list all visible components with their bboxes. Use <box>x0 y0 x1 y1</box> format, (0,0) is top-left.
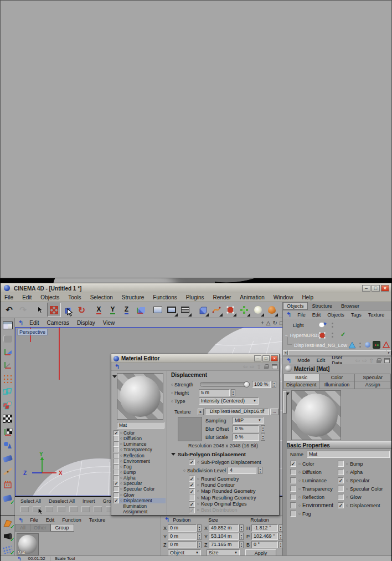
channel-checkbox[interactable] <box>114 458 119 464</box>
objects-menu-tags[interactable]: Tags <box>348 312 364 318</box>
dialog-close-button[interactable]: × <box>271 355 278 361</box>
lock-icon[interactable] <box>376 358 381 363</box>
nav-back-icon[interactable]: ⇦ <box>242 364 249 370</box>
channel-checkbox[interactable] <box>114 486 119 492</box>
spd-section-header[interactable]: Sub-Polygon Displacement <box>171 451 276 458</box>
strength-slider[interactable] <box>200 382 250 387</box>
add-light-button[interactable] <box>251 303 265 317</box>
channel-row[interactable]: ✓Specular <box>114 481 166 486</box>
panel-menu-icon[interactable]: ↰ <box>161 516 172 523</box>
zoom-view-icon[interactable]: ↻ <box>273 320 277 326</box>
workplane-button[interactable] <box>1 452 14 465</box>
add-spline-button[interactable] <box>209 303 223 317</box>
objects-menu-file[interactable]: File <box>295 312 308 318</box>
texture-thumbnail[interactable] <box>178 417 202 441</box>
title-bar[interactable]: CINEMA 4D - [Untitled 1 *] – □ × <box>1 283 391 293</box>
enabled-check-icon[interactable]: ✓ <box>341 331 345 338</box>
slider-knob[interactable] <box>244 381 250 387</box>
material-preview[interactable] <box>291 390 341 440</box>
blur-scale-field[interactable]: 0 % <box>233 434 259 441</box>
tab-displacement[interactable]: Displacement <box>283 381 319 389</box>
option-checkbox[interactable]: ✓ <box>189 476 195 482</box>
render-view-button[interactable] <box>151 303 164 317</box>
channel-checkbox[interactable] <box>290 477 296 483</box>
tab-assign[interactable]: Assign <box>355 381 391 389</box>
minimize-button[interactable]: – <box>362 285 370 292</box>
attributes-v-scrollbar[interactable] <box>283 390 287 557</box>
uv-edit-button[interactable]: ✓ <box>1 517 14 529</box>
channel-checkbox[interactable] <box>338 461 344 467</box>
add-cube-button[interactable] <box>195 303 209 317</box>
texture-browse-button[interactable]: ... <box>270 409 278 415</box>
channel-checkbox[interactable] <box>290 502 296 508</box>
channel-checkbox[interactable] <box>290 511 296 517</box>
stepper[interactable] <box>231 389 235 396</box>
palette-icon[interactable] <box>81 506 90 512</box>
channel-label[interactable]: Environment <box>123 458 150 464</box>
channel-label[interactable]: Assignment <box>123 509 147 514</box>
channel-row[interactable]: Transparency <box>114 447 166 452</box>
rotation-p-field[interactable]: 102.469 ° <box>251 533 278 540</box>
tab-color[interactable]: Color <box>319 374 355 381</box>
channel-label[interactable]: Bump <box>123 470 136 475</box>
close-button[interactable]: × <box>381 285 389 292</box>
channel-label[interactable]: Illumination <box>123 503 147 509</box>
height-field[interactable]: 5 m <box>199 389 230 396</box>
render-active-view-button[interactable] <box>164 303 178 317</box>
option-checkbox[interactable]: ✓ <box>189 501 195 507</box>
coordinate-system-button[interactable] <box>133 303 147 317</box>
tree-row-light[interactable]: Light <box>283 320 391 330</box>
select-all-button[interactable]: Select All <box>20 498 41 504</box>
channel-row[interactable]: Bump <box>114 470 166 475</box>
channel-checkbox[interactable] <box>114 447 119 452</box>
stepper[interactable] <box>261 434 265 441</box>
position-x-field[interactable]: 0 m <box>168 524 197 532</box>
subdivision-field[interactable]: 4 <box>228 467 256 474</box>
channel-label[interactable]: Color <box>123 430 135 436</box>
tree-row-disptesthead[interactable]: DispTestHead_NG_Low <box>283 340 391 350</box>
undo-button[interactable]: ↶ <box>2 303 16 317</box>
menu-tools[interactable]: Tools <box>64 294 85 301</box>
maximize-button[interactable]: □ <box>372 285 380 292</box>
rotate-tool[interactable]: ↻ <box>75 303 89 317</box>
stepper[interactable] <box>197 524 202 532</box>
channel-checkbox[interactable]: ✓ <box>338 502 344 508</box>
palette-icon[interactable] <box>20 506 29 512</box>
scroll-thumb[interactable] <box>283 391 287 414</box>
preview-expander-icon[interactable] <box>112 375 117 378</box>
viewport-menu-display[interactable]: Display <box>73 319 99 327</box>
object-name[interactable]: HyperNURBS <box>290 333 321 338</box>
model-mode-button[interactable] <box>1 345 14 359</box>
texture-flyout-button[interactable]: ► <box>198 409 204 415</box>
channel-row[interactable]: Assignment <box>114 509 166 514</box>
material-name-field[interactable]: Mat <box>307 451 390 458</box>
scroll-left-arrow[interactable]: ◄ <box>283 350 288 355</box>
channel-checkbox[interactable] <box>290 486 296 492</box>
channel-label[interactable]: Glow <box>123 492 134 498</box>
menu-file[interactable]: File <box>1 294 17 301</box>
scroll-right-arrow[interactable]: ► <box>386 350 391 355</box>
polygons-mode-button[interactable] <box>1 399 14 412</box>
channel-checkbox[interactable] <box>338 469 344 475</box>
channel-checkbox[interactable] <box>114 464 119 470</box>
texture-axis-mode-button[interactable] <box>1 425 14 438</box>
channel-label[interactable]: Transparency <box>123 447 152 452</box>
size-x-field[interactable]: 49.852 m <box>209 524 239 532</box>
panel-icon[interactable] <box>272 364 277 369</box>
texture-filename-field[interactable]: DispTestHead_Disp16.tif <box>205 408 269 415</box>
add-environment-button[interactable] <box>265 303 278 317</box>
channel-checkbox[interactable]: ✓ <box>114 481 119 486</box>
tab-structure[interactable]: Structure <box>308 303 337 309</box>
channel-row[interactable]: Illumination <box>114 503 166 509</box>
menu-selection[interactable]: Selection <box>86 294 117 301</box>
compositing-tag-icon[interactable] <box>365 342 370 348</box>
channel-row-selected[interactable]: ✓Displacement <box>114 498 166 503</box>
edges-mode-button[interactable] <box>1 385 14 399</box>
nav-forward-icon[interactable]: ⇨ <box>249 364 255 370</box>
option-checkbox[interactable]: ✓ <box>189 482 195 488</box>
nav-up-icon[interactable]: ⇧ <box>256 364 262 370</box>
palette-icon[interactable] <box>94 506 102 512</box>
materials-menu-file[interactable]: File <box>27 517 42 523</box>
rotation-h-field[interactable]: -1.812 ° <box>251 524 278 532</box>
option-checkbox[interactable]: ✓ <box>189 488 195 494</box>
